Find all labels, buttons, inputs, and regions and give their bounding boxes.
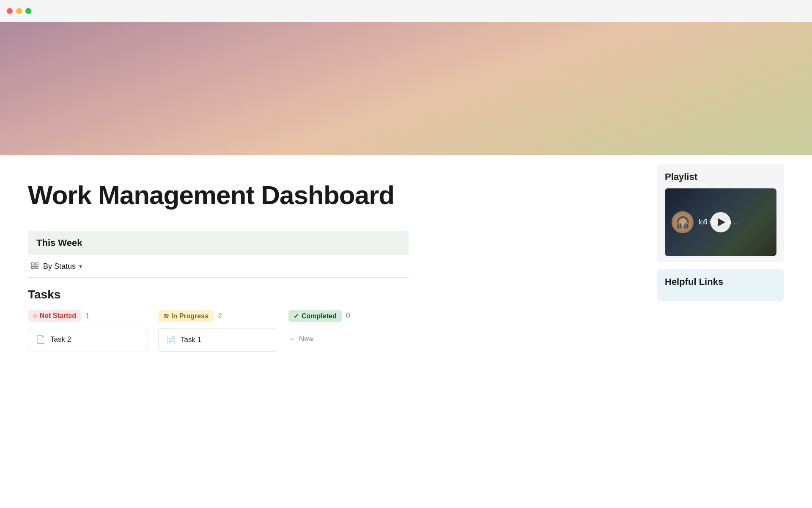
- filter-bar[interactable]: By Status ▾: [28, 255, 409, 278]
- in-progress-icon: ≋: [163, 312, 169, 320]
- task-card[interactable]: 📄 Task 1: [158, 328, 278, 352]
- status-header-completed: ✓ Completed 0: [288, 310, 409, 322]
- not-started-count: 1: [85, 312, 90, 320]
- filter-label: By Status: [43, 262, 76, 271]
- status-badge-completed: ✓ Completed: [288, 310, 342, 322]
- right-column: Playlist 🎧 lofi hip hop ... Helpful Link…: [657, 155, 784, 352]
- plus-icon: ＋: [288, 334, 296, 344]
- task-card[interactable]: 📄 Task 2: [28, 328, 148, 351]
- page-title: Work Management Dashboard: [28, 181, 632, 210]
- status-badge-not-started: ○ Not Started: [28, 310, 81, 322]
- main-content: Work Management Dashboard This Week By S…: [0, 155, 812, 352]
- not-started-icon: ○: [33, 312, 37, 320]
- maximize-button[interactable]: [25, 8, 31, 14]
- kanban-col-in-progress: ≋ In Progress 2 📄 Task 1: [158, 310, 288, 352]
- task-name: Task 1: [181, 336, 201, 344]
- board-icon: [30, 261, 40, 271]
- kanban-col-not-started: ○ Not Started 1 📄 Task 2: [28, 310, 158, 352]
- video-thumbnail[interactable]: 🎧 lofi hip hop ...: [665, 188, 776, 256]
- completed-label: Completed: [302, 312, 337, 320]
- status-header-in-progress: ≋ In Progress 2: [158, 310, 278, 322]
- task-name: Task 2: [50, 335, 71, 344]
- helpful-links-section: Helpful Links: [657, 269, 784, 301]
- svg-rect-0: [31, 263, 34, 265]
- new-label: New: [299, 335, 313, 343]
- status-badge-in-progress: ≋ In Progress: [158, 310, 214, 322]
- new-task-button[interactable]: ＋ New: [288, 328, 313, 350]
- svg-rect-3: [35, 266, 38, 268]
- left-column: Work Management Dashboard This Week By S…: [28, 155, 657, 352]
- playlist-title: Playlist: [665, 171, 776, 182]
- video-avatar: 🎧: [672, 211, 694, 233]
- completed-icon: ✓: [294, 312, 299, 320]
- this-week-label: This Week: [36, 237, 82, 248]
- avatar-emoji: 🎧: [675, 215, 690, 229]
- svg-rect-2: [31, 266, 34, 268]
- kanban-board: ○ Not Started 1 📄 Task 2 ≋: [28, 310, 409, 352]
- kanban-col-completed: ✓ Completed 0 ＋ New: [288, 310, 409, 352]
- hero-banner: [0, 22, 812, 155]
- in-progress-count: 2: [218, 312, 222, 320]
- minimize-button[interactable]: [16, 8, 22, 14]
- play-button[interactable]: [710, 212, 731, 232]
- completed-count: 0: [346, 312, 350, 320]
- playlist-section: Playlist 🎧 lofi hip hop ...: [657, 164, 784, 262]
- not-started-label: Not Started: [40, 312, 76, 320]
- titlebar: [0, 0, 812, 22]
- this-week-header: This Week: [28, 231, 409, 255]
- in-progress-label: In Progress: [171, 312, 208, 320]
- status-header-not-started: ○ Not Started 1: [28, 310, 148, 322]
- doc-icon: 📄: [36, 335, 45, 344]
- doc-icon: 📄: [166, 335, 176, 345]
- close-button[interactable]: [7, 8, 13, 14]
- svg-rect-1: [35, 263, 38, 265]
- this-week-section: This Week By Status ▾ Tasks: [28, 231, 409, 352]
- tasks-heading: Tasks: [28, 278, 409, 310]
- chevron-down-icon: ▾: [79, 263, 82, 270]
- helpful-links-title: Helpful Links: [665, 276, 776, 287]
